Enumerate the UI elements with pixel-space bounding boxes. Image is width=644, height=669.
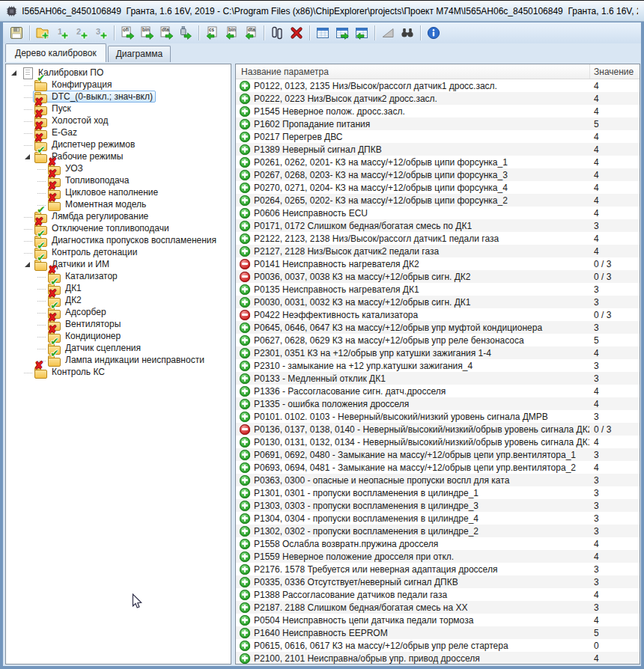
- table-row[interactable]: P2187. 2188 Слишком бедная/богатая смесь…: [236, 601, 640, 614]
- expand-arrow-icon[interactable]: [23, 260, 33, 269]
- table-row[interactable]: P1335 - ошибка положения дросселя 4: [236, 397, 640, 410]
- tab-calibration-tree[interactable]: Дерево калибровок: [5, 43, 106, 62]
- expand-arrow-icon[interactable]: [37, 200, 46, 210]
- tree-item[interactable]: Датчики и ИМ: [6, 258, 231, 270]
- tree-item-content[interactable]: Рабочие режимы: [33, 150, 126, 162]
- tree-item[interactable]: Пуск: [6, 103, 231, 114]
- table-row[interactable]: P1304, 0304 - пропуски воспламенения в ц…: [236, 512, 640, 525]
- tree-item-content[interactable]: Адсорбер: [46, 306, 109, 318]
- tree-item-content[interactable]: E-Gaz: [33, 126, 80, 138]
- tab-diagram[interactable]: Диаграмма: [108, 46, 171, 62]
- table-row[interactable]: P0135 Неисправность нагревателя ДК1 3: [236, 283, 640, 296]
- ramp-button[interactable]: [378, 24, 398, 42]
- tree-item-content[interactable]: Контроль детонации: [33, 246, 140, 258]
- tree-item[interactable]: Калибровки ПО: [6, 67, 231, 79]
- open-project-button[interactable]: [33, 24, 52, 42]
- tree-item[interactable]: Рабочие режимы: [6, 150, 231, 162]
- tree-item[interactable]: Датчик сцепления: [6, 342, 231, 354]
- tree-item[interactable]: Топливоподача: [6, 174, 231, 186]
- expand-arrow-icon[interactable]: [37, 320, 46, 329]
- tree-item[interactable]: Контроль КС: [6, 366, 231, 378]
- tree-item-content[interactable]: Цикловое наполнение: [46, 186, 161, 198]
- table-row[interactable]: P1301, 0301 - пропуски воспламенения в ц…: [236, 486, 640, 499]
- search-button[interactable]: [398, 24, 417, 42]
- tree-item[interactable]: ДК2: [6, 294, 231, 306]
- tree-item-content[interactable]: Вентиляторы: [46, 318, 124, 330]
- tree-item[interactable]: Кондиционер: [6, 330, 231, 342]
- tree-item-content[interactable]: Калибровки ПО: [19, 67, 106, 79]
- tree-item-content[interactable]: Диагностика пропусков воспламенения: [33, 234, 219, 246]
- expand-arrow-icon[interactable]: [23, 104, 33, 114]
- table-row[interactable]: P0136, 0137, 0138, 0140 - Неверный/высок…: [236, 423, 640, 436]
- table-row[interactable]: P0133 - Медленный отклик ДК1 3: [236, 372, 640, 385]
- tree-item[interactable]: Катализатор: [6, 270, 231, 282]
- tree-item-content[interactable]: ДК1: [46, 282, 85, 294]
- tree-item[interactable]: Контроль детонации: [6, 246, 231, 258]
- expand-arrow-icon[interactable]: [37, 164, 46, 174]
- tree-item-content[interactable]: Топливоподача: [46, 174, 132, 186]
- table-row[interactable]: P0130, 0131, 0132, 0134 - Неверный/высок…: [236, 436, 640, 448]
- tree-item-content[interactable]: Моментная модель: [46, 198, 149, 210]
- expand-arrow-icon[interactable]: [23, 224, 33, 233]
- table-row[interactable]: P0261, 0262, 0201- КЗ на массу/+12/обрыв…: [236, 156, 640, 168]
- tree-item-content[interactable]: Конфигурация: [33, 79, 115, 91]
- export-dta-button[interactable]: dta: [157, 24, 176, 42]
- expand-arrow-icon[interactable]: [37, 332, 46, 341]
- table-row[interactable]: P1559 Неверное положение дросселя при от…: [236, 550, 640, 563]
- tree-item-content[interactable]: Датчик сцепления: [46, 342, 144, 354]
- expand-arrow-icon[interactable]: [10, 68, 19, 78]
- table-view-button[interactable]: [313, 24, 332, 42]
- tree-item[interactable]: Вентиляторы: [6, 318, 231, 330]
- tree-item[interactable]: E-Gaz: [6, 126, 231, 138]
- table-row[interactable]: P1545 Неверное полож. дросс.засл. 4: [236, 105, 640, 117]
- table-row[interactable]: P0101. 0102. 0103 - Неверный/высокий/низ…: [236, 410, 640, 423]
- table-row[interactable]: P0122, 0123, 2135 Низ/Высок/рассогл датч…: [236, 79, 640, 92]
- tree-item[interactable]: Холостой ход: [6, 114, 231, 126]
- table-row[interactable]: P0335, 0336 Отсутствует/неверный сигнал …: [236, 575, 640, 588]
- expand-arrow-icon[interactable]: [37, 284, 46, 293]
- tree-item[interactable]: Отключение топливоподачи: [6, 222, 231, 234]
- expand-arrow-icon[interactable]: [23, 128, 33, 138]
- tree-item[interactable]: Диагностика пропусков воспламенения: [6, 234, 231, 246]
- open-slot3-button[interactable]: 3: [91, 24, 111, 42]
- table-import-button[interactable]: [352, 24, 371, 42]
- expand-arrow-icon[interactable]: [23, 367, 33, 377]
- export-bin-button[interactable]: bin: [137, 24, 157, 42]
- write-flash-button[interactable]: [176, 24, 195, 42]
- open-slot1-button[interactable]: 1: [52, 24, 72, 42]
- table-row[interactable]: P2127, 2128 Низ/Высок датчик2 педали газ…: [236, 245, 640, 257]
- expand-arrow-icon[interactable]: [37, 308, 46, 317]
- table-row[interactable]: P0264, 0265, 0202- КЗ на массу/+12/обрыв…: [236, 194, 640, 207]
- table-row[interactable]: P0222, 0223 Низ/Высок датчик2 дросс.засл…: [236, 92, 640, 105]
- column-header-name[interactable]: Название параметра: [236, 67, 589, 77]
- tree-item-content[interactable]: Отключение топливоподачи: [33, 222, 172, 234]
- export-ofi-button[interactable]: ofi: [118, 24, 137, 42]
- tree-item-content[interactable]: DTC_(0-выкл.; знач-вкл): [33, 91, 156, 103]
- expand-arrow-icon[interactable]: [23, 236, 33, 245]
- tree-item[interactable]: ДК1: [6, 282, 231, 294]
- table-row[interactable]: P1602 Пропадание питания 5: [236, 117, 640, 130]
- compare-button[interactable]: [267, 24, 287, 42]
- tree-item-content[interactable]: Датчики и ИМ: [33, 258, 112, 270]
- table-row[interactable]: P0615, 0616, 0617 КЗ на массу/+12/обрыв …: [236, 639, 640, 652]
- table-row[interactable]: P0217 Перегрев ДВС 4: [236, 130, 640, 143]
- table-row[interactable]: P0036, 0037, 0038 КЗ на массу/+12/обрыв …: [236, 270, 640, 283]
- tree-item-content[interactable]: Пуск: [33, 103, 74, 114]
- table-row[interactable]: P0504 Неисправность цепи датчика педали …: [236, 614, 640, 626]
- table-row[interactable]: P1303, 0303 - пропуски воспламенения в ц…: [236, 499, 640, 512]
- import-dta-button[interactable]: dta: [241, 24, 261, 42]
- table-row[interactable]: P0363, 0300 - опасные и неопасные пропус…: [236, 474, 640, 486]
- table-row[interactable]: P2122, 2123, 2138 Низ/Высок/рассогл датч…: [236, 232, 640, 245]
- table-row[interactable]: P1640 Неисправность EEPROM 5: [236, 626, 640, 639]
- table-row[interactable]: P0691, 0692, 0480 - Замыкание на массу/+…: [236, 448, 640, 461]
- tree-item[interactable]: Лампа индикации неисправности: [6, 354, 231, 366]
- table-row[interactable]: P0422 Неэффективность катализатора 0 / 3: [236, 308, 640, 321]
- expand-arrow-icon[interactable]: [37, 176, 46, 186]
- tree-item-content[interactable]: Диспетчер режимов: [33, 138, 138, 150]
- tree-item[interactable]: Цикловое наполнение: [6, 186, 231, 198]
- tree-item[interactable]: DTC_(0-выкл.; знач-вкл): [6, 91, 231, 103]
- expand-arrow-icon[interactable]: [23, 152, 33, 162]
- tree-item-content[interactable]: Контроль КС: [33, 366, 108, 378]
- table-row[interactable]: P2301, 0351 КЗ на +12/обрыв упр катушки …: [236, 346, 640, 359]
- table-row[interactable]: P0267, 0268, 0203- КЗ на массу/+12/обрыв…: [236, 168, 640, 181]
